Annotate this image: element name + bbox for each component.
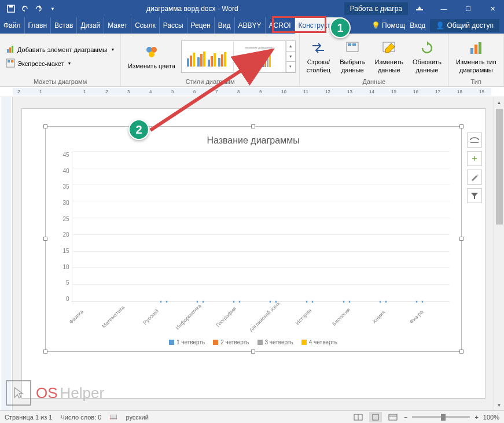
- zoom-slider[interactable]: [412, 416, 470, 418]
- gallery-down-icon[interactable]: ▼: [286, 52, 295, 62]
- scroll-up-icon[interactable]: ▲: [494, 97, 504, 108]
- svg-rect-3: [7, 49, 9, 53]
- svg-rect-1: [9, 5, 13, 8]
- ribbon-group-data: Строка/ столбец Выбрать данные Изменить …: [300, 34, 449, 86]
- switch-icon: [309, 39, 328, 57]
- express-layout-icon: [6, 58, 15, 69]
- svg-rect-47: [373, 414, 378, 420]
- gallery-more-icon[interactable]: ▾: [286, 62, 295, 72]
- chart-layout-options-button[interactable]: [467, 133, 482, 148]
- ribbon-tabs: Файл Главн Встав Дизай Макет Ссылк Рассы…: [0, 17, 504, 34]
- tab-insert[interactable]: Встав: [51, 17, 77, 34]
- cursor-icon: [6, 380, 31, 406]
- select-data-icon: [343, 39, 362, 57]
- scrollbar-thumb[interactable]: [496, 109, 503, 225]
- plot: [72, 152, 450, 302]
- web-layout-icon[interactable]: [387, 412, 399, 422]
- language-indicator[interactable]: русский: [126, 414, 148, 421]
- share-button[interactable]: 👤 Общий доступ: [430, 19, 499, 32]
- chart-styles-button[interactable]: [467, 170, 482, 185]
- ribbon-options-icon[interactable]: [408, 0, 431, 17]
- tab-references[interactable]: Ссылк: [131, 17, 160, 34]
- svg-rect-4: [9, 47, 11, 53]
- svg-rect-43: [479, 42, 481, 54]
- svg-line-50: [150, 52, 269, 130]
- y-axis: 051015202530354045: [57, 152, 72, 302]
- chart-object[interactable]: ＋ Название диаграммы 051015202530354045 …: [45, 126, 462, 352]
- zoom-level[interactable]: 100%: [483, 414, 499, 421]
- tab-layout[interactable]: Макет: [104, 17, 131, 34]
- tab-design[interactable]: Дизай: [77, 17, 104, 34]
- group-label-layouts: Макеты диаграмм: [3, 77, 117, 85]
- annotation-bubble-1: 1: [330, 17, 351, 38]
- group-label-data: Данные: [303, 77, 445, 85]
- qat-dropdown-icon[interactable]: ▼: [46, 2, 59, 15]
- tab-mailings[interactable]: Рассы: [160, 17, 187, 34]
- chart-plot-area[interactable]: 051015202530354045: [57, 152, 450, 302]
- close-icon[interactable]: ✕: [481, 0, 504, 17]
- tab-abbyy[interactable]: ABBYY: [235, 17, 266, 34]
- tab-review[interactable]: Рецен: [187, 17, 215, 34]
- tab-home[interactable]: Главн: [25, 17, 51, 34]
- word-count[interactable]: Число слов: 0: [60, 414, 101, 421]
- zoom-out-button[interactable]: −: [404, 414, 407, 421]
- document-title: диаграмма ворд.docx - Word: [64, 5, 321, 13]
- chart-elements-button[interactable]: ＋: [467, 151, 482, 166]
- save-icon[interactable]: [5, 2, 17, 15]
- undo-icon[interactable]: [19, 2, 31, 15]
- svg-rect-42: [474, 45, 477, 54]
- x-axis-labels: ФизикаМатематикаРусскийИнформатикаГеогра…: [57, 304, 450, 333]
- print-layout-icon[interactable]: [369, 412, 382, 422]
- add-element-icon: [6, 45, 15, 55]
- read-mode-icon[interactable]: [352, 412, 365, 422]
- switch-row-column-button[interactable]: Строка/ столбец: [303, 38, 334, 75]
- chart-side-buttons: ＋: [467, 133, 482, 203]
- tab-view[interactable]: Вид: [215, 17, 235, 34]
- quick-access-toolbar: ▼: [0, 2, 64, 15]
- page: ＋ Название диаграммы 051015202530354045 …: [22, 109, 485, 398]
- svg-rect-5: [12, 46, 13, 53]
- maximize-icon[interactable]: ☐: [457, 0, 480, 17]
- annotation-arrow: [145, 43, 278, 136]
- statusbar: Страница 1 из 1 Число слов: 0 📖 русский …: [0, 410, 504, 423]
- login-link[interactable]: Вход: [410, 21, 425, 30]
- tab-file[interactable]: Файл: [0, 17, 25, 34]
- tab-acrobat[interactable]: ACROI: [266, 17, 295, 34]
- watermark: OS Helper: [6, 380, 104, 406]
- contextual-tab-title: Работа с диагра: [344, 2, 408, 15]
- document-area: ＋ Название диаграммы 051015202530354045 …: [0, 97, 504, 410]
- change-chart-type-button[interactable]: Изменить тип диаграммы: [453, 38, 500, 75]
- svg-rect-8: [11, 60, 13, 62]
- chart-filters-button[interactable]: [467, 188, 482, 203]
- select-data-button[interactable]: Выбрать данные: [336, 38, 369, 75]
- ribbon-group-type: Изменить тип диаграммы Тип: [449, 34, 504, 86]
- gallery-up-icon[interactable]: ▲: [286, 41, 295, 52]
- add-chart-element-button[interactable]: Добавить элемент диаграммы▼: [3, 43, 117, 56]
- svg-rect-38: [348, 43, 351, 46]
- svg-rect-48: [389, 414, 397, 420]
- gallery-spinner: ▲ ▼ ▾: [286, 41, 295, 72]
- express-layout-button[interactable]: Экспресс-макет▼: [3, 57, 74, 70]
- page-counter[interactable]: Страница 1 из 1: [5, 414, 52, 421]
- window-controls: — ☐ ✕: [408, 0, 504, 17]
- zoom-in-button[interactable]: +: [474, 414, 478, 421]
- refresh-data-button[interactable]: Обновить данные: [409, 38, 445, 75]
- chart-title[interactable]: Название диаграммы: [57, 135, 450, 146]
- svg-rect-39: [352, 43, 356, 46]
- scroll-down-icon[interactable]: ▼: [494, 400, 504, 410]
- help-icon[interactable]: 💡 Помощ: [371, 21, 405, 30]
- svg-rect-41: [470, 48, 473, 54]
- ribbon-group-layouts: Добавить элемент диаграммы▼ Экспресс-мак…: [0, 34, 121, 86]
- vertical-scrollbar[interactable]: ▲ ▼: [494, 97, 504, 410]
- spellcheck-icon[interactable]: 📖: [109, 413, 117, 421]
- edit-data-icon: [380, 39, 398, 57]
- group-label-type: Тип: [453, 77, 500, 85]
- redo-icon[interactable]: [32, 2, 45, 15]
- document-scroll-area[interactable]: ＋ Название диаграммы 051015202530354045 …: [13, 97, 494, 410]
- edit-data-button[interactable]: Изменить данные: [371, 38, 407, 75]
- vertical-ruler[interactable]: [0, 97, 13, 410]
- share-icon: 👤: [436, 21, 444, 30]
- minimize-icon[interactable]: —: [432, 0, 455, 17]
- svg-rect-7: [8, 60, 10, 62]
- titlebar: ▼ диаграмма ворд.docx - Word Работа с ди…: [0, 0, 504, 17]
